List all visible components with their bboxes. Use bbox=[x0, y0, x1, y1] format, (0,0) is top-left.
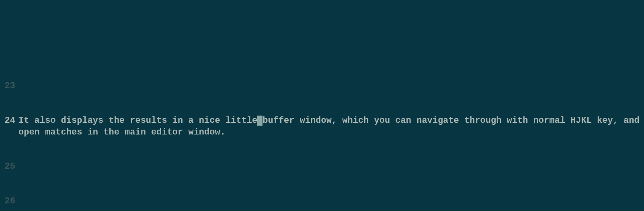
editor-text: It also displays the results in a nice l… bbox=[18, 115, 644, 138]
editor-line: 23 bbox=[0, 81, 644, 92]
editor-pane[interactable]: 23 24 It also displays the results in a … bbox=[0, 58, 644, 211]
editor-line: 25 bbox=[0, 161, 644, 173]
editor-line: 26 bbox=[0, 196, 644, 207]
line-number: 26 bbox=[0, 196, 18, 207]
cursor bbox=[257, 116, 263, 126]
line-number: 25 bbox=[0, 161, 18, 173]
line-number: 23 bbox=[0, 81, 18, 92]
line-number: 24 bbox=[0, 115, 18, 127]
editor-line: 24 It also displays the results in a nic… bbox=[0, 115, 644, 138]
